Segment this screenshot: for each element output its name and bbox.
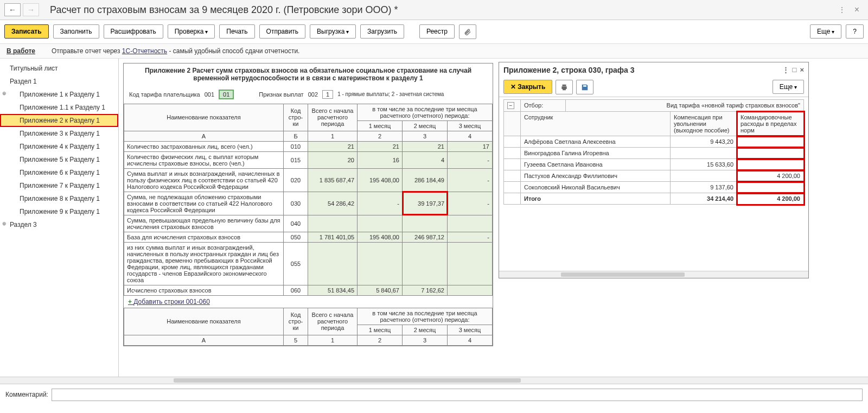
cell-value[interactable]: 1 835 687,47 (308, 168, 358, 192)
detail-row[interactable]: Виноградова Галина Игоревна (504, 148, 804, 159)
add-rows-link[interactable]: Добавить строки 001-060 (124, 296, 214, 308)
cell-value[interactable] (448, 285, 493, 295)
expand-icon[interactable]: ⊕ (2, 221, 7, 226)
cell-value[interactable]: 195 408,00 (358, 168, 403, 192)
fill-button[interactable]: Заполнить (53, 24, 99, 39)
detail-close-icon[interactable]: × (800, 66, 804, 74)
sidebar-item[interactable]: ⊕Раздел 3 (0, 218, 118, 231)
sidebar-item[interactable]: Приложение 5 к Разделу 1 (0, 153, 118, 166)
cell-value[interactable]: 5 840,67 (358, 285, 403, 295)
report-row: Сумма выплат и иных вознаграждений, начи… (124, 168, 493, 192)
sidebar-item[interactable]: Раздел 1 (0, 75, 118, 88)
expand-icon[interactable]: ⊕ (2, 91, 7, 96)
cell-value[interactable]: 1 781 401,05 (308, 232, 358, 242)
status-bar: В работе Отправьте отчет через 1С-Отчетн… (0, 44, 868, 59)
detail-maximize-icon[interactable]: □ (793, 66, 797, 74)
cell-value[interactable]: 4 (403, 151, 448, 168)
sidebar-item-label: Приложение 7 к Разделу 1 (20, 182, 100, 189)
cell-value[interactable] (403, 242, 448, 285)
cell-name: Сумма, не подлежащая обложению страховым… (124, 192, 284, 215)
cell-value[interactable] (308, 242, 358, 285)
filter-value: Вид тарифа «новной тариф страховых взнос… (566, 99, 804, 112)
load-button[interactable]: Загрузить (360, 24, 404, 39)
detail-row[interactable]: Пастухов Александр Филлипович4 200,00 (504, 170, 804, 182)
detail-row[interactable]: Алфёрова Светлана Алексеевна9 443,20 (504, 136, 804, 148)
sidebar-item[interactable]: Приложение 3 к Разделу 1 (0, 127, 118, 140)
nav-back-button[interactable]: ← (4, 3, 21, 16)
cell-name: Сумма, превышающая предельную величину б… (124, 215, 284, 232)
cell-value[interactable]: 17 (448, 141, 493, 151)
cell-value[interactable] (448, 242, 493, 285)
cell-value[interactable]: 16 (358, 151, 403, 168)
window-close-icon[interactable]: × (854, 5, 859, 15)
sidebar-item[interactable]: Приложение 9 к Разделу 1 (0, 205, 118, 218)
menu-dots-icon[interactable]: ⋮ (838, 5, 846, 14)
param-sign-value[interactable]: 1 (322, 90, 333, 99)
col-name: Наименование показателя (124, 104, 284, 131)
cell-value[interactable]: 54 286,42 (308, 192, 358, 215)
detail-save-button[interactable] (576, 80, 593, 94)
detail-row[interactable]: Соколовский Николай Васильевич9 137,60 (504, 182, 804, 193)
cell-value[interactable]: - (448, 232, 493, 242)
sidebar-item[interactable]: Титульный лист (0, 62, 118, 75)
tree-collapse-icon[interactable]: − (507, 102, 514, 109)
detail-close-button[interactable]: Закрыть (503, 80, 552, 94)
cell-value[interactable]: 21 (403, 141, 448, 151)
decode-button[interactable]: Расшифровать (104, 24, 163, 39)
total-comp: 34 214,40 (671, 193, 737, 205)
cell-value[interactable]: 286 184,49 (403, 168, 448, 192)
cell-value[interactable]: 246 987,12 (403, 232, 448, 242)
help-button[interactable]: ? (846, 24, 864, 39)
main-hscroll[interactable] (0, 377, 868, 384)
save-button[interactable]: Записать (4, 24, 49, 39)
cell-value[interactable]: - (448, 151, 493, 168)
cell-value[interactable]: 195 408,00 (358, 232, 403, 242)
cell-value[interactable]: 7 162,62 (403, 285, 448, 295)
attach-button[interactable] (459, 24, 476, 39)
cell-trip (737, 182, 804, 193)
sidebar-item[interactable]: Приложение 1.1 к Разделу 1 (0, 101, 118, 114)
check-button[interactable]: Проверка (168, 24, 215, 39)
detail-row[interactable]: Гузеева Светлана Ивановна15 633,60 (504, 159, 804, 170)
cell-value[interactable] (448, 215, 493, 232)
cell-value[interactable]: 39 197,37 (403, 192, 448, 215)
more-button[interactable]: Еще (810, 24, 841, 39)
diskette-icon (581, 84, 589, 91)
sidebar-item[interactable]: Приложение 6 к Разделу 1 (0, 166, 118, 179)
upload-button[interactable]: Выгрузка (310, 24, 356, 39)
cell-value[interactable]: 51 834,45 (308, 285, 358, 295)
status-link[interactable]: 1С-Отчетность (122, 47, 167, 55)
detail-print-button[interactable] (556, 80, 573, 94)
send-button[interactable]: Отправить (259, 24, 306, 39)
cell-value[interactable] (308, 215, 358, 232)
cell-value[interactable] (403, 215, 448, 232)
cell-value[interactable] (358, 242, 403, 285)
sidebar-item[interactable]: ⊕Приложение 1 к Разделу 1 (0, 88, 118, 101)
sidebar-item[interactable]: Приложение 8 к Разделу 1 (0, 192, 118, 205)
print-button[interactable]: Печать (219, 24, 254, 39)
cell-value[interactable]: - (358, 192, 403, 215)
cell-value[interactable]: 20 (308, 151, 358, 168)
cell-value[interactable]: 21 (308, 141, 358, 151)
param-tariff-value[interactable]: 01 (219, 90, 234, 99)
cell-value[interactable]: - (448, 192, 493, 215)
cell-code: 010 (284, 141, 308, 151)
cell-value[interactable] (358, 215, 403, 232)
detail-hscroll[interactable] (499, 271, 808, 278)
registry-button[interactable]: Реестр (419, 24, 455, 39)
status-work[interactable]: В работе (7, 47, 35, 55)
param-tariff-code: 001 (205, 91, 214, 98)
sidebar-item-label: Приложение 4 к Разделу 1 (20, 143, 100, 150)
nav-forward-button[interactable]: → (23, 3, 39, 16)
detail-more-button[interactable]: Еще (773, 80, 804, 94)
sidebar-item[interactable]: Приложение 2 к Разделу 1 (0, 114, 118, 127)
col-total: Всего с начала расчетного периода (308, 104, 358, 131)
cell-value[interactable]: 21 (358, 141, 403, 151)
cell-name: Количество физических лиц, с выплат кото… (124, 151, 284, 168)
comment-input[interactable] (52, 389, 863, 401)
sidebar-item[interactable]: Приложение 4 к Разделу 1 (0, 140, 118, 153)
comment-label: Комментарий: (5, 391, 48, 398)
detail-dots-icon[interactable]: ⋮ (782, 66, 789, 74)
cell-value[interactable]: - (448, 168, 493, 192)
sidebar-item[interactable]: Приложение 7 к Разделу 1 (0, 179, 118, 192)
